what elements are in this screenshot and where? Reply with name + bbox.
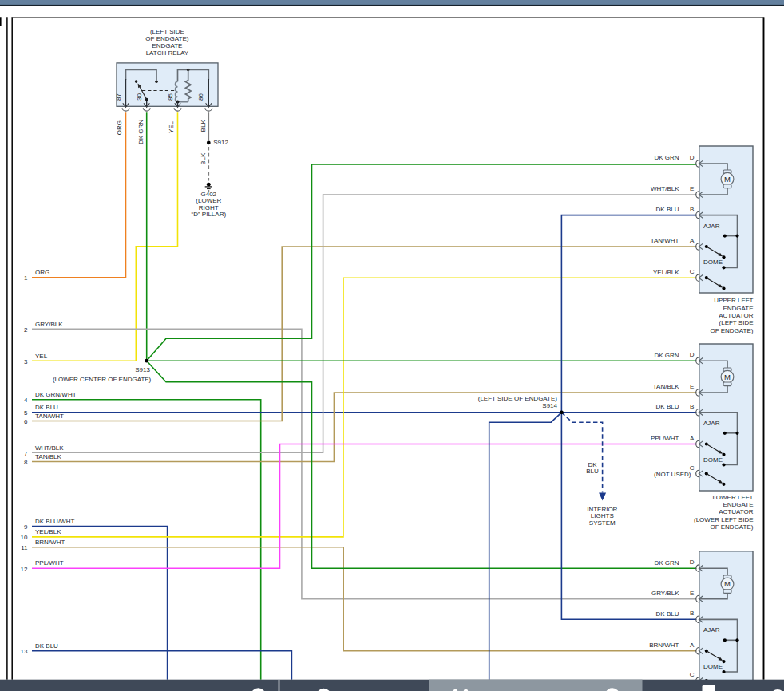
svg-text:C: C — [690, 671, 695, 678]
svg-text:“D” PILLAR): “D” PILLAR) — [192, 211, 227, 218]
svg-text:BLK: BLK — [200, 152, 207, 165]
svg-text:1: 1 — [24, 274, 28, 282]
svg-text:DK GRN: DK GRN — [654, 154, 679, 161]
svg-text:E: E — [690, 185, 694, 192]
svg-text:ACTUATOR: ACTUATOR — [719, 312, 753, 319]
svg-text:DK GRN: DK GRN — [137, 120, 145, 144]
svg-text:WHT/BLK: WHT/BLK — [651, 185, 679, 192]
svg-text:OF ENDGATE): OF ENDGATE) — [710, 327, 753, 334]
svg-text:D: D — [690, 351, 695, 358]
svg-text:(LOWER LEFT SIDE: (LOWER LEFT SIDE — [694, 516, 754, 523]
svg-text:(LEFT SIDE: (LEFT SIDE — [719, 319, 754, 326]
svg-text:8: 8 — [24, 459, 28, 466]
svg-text:E: E — [690, 590, 694, 597]
svg-text:BLK: BLK — [200, 120, 207, 132]
svg-text:DK BLU: DK BLU — [656, 610, 679, 618]
svg-text:30: 30 — [136, 93, 143, 101]
svg-text:DK BLU: DK BLU — [656, 206, 679, 213]
svg-text:INTERIOR: INTERIOR — [587, 506, 617, 513]
svg-text:LOWER LEFT: LOWER LEFT — [712, 494, 753, 501]
svg-text:TAN/WHT: TAN/WHT — [35, 413, 64, 420]
svg-text:4: 4 — [24, 397, 28, 404]
svg-text:TAN/WHT: TAN/WHT — [651, 237, 679, 244]
svg-text:OF ENDGATE): OF ENDGATE) — [145, 35, 188, 42]
svg-text:D: D — [690, 154, 695, 161]
svg-text:E: E — [690, 383, 694, 390]
svg-text:S912: S912 — [213, 139, 228, 146]
svg-text:DK GRN: DK GRN — [654, 352, 679, 359]
svg-text:DK BLU: DK BLU — [656, 403, 679, 410]
svg-text:BLU: BLU — [586, 468, 599, 475]
svg-text:ORG: ORG — [35, 269, 49, 276]
svg-text:D: D — [690, 559, 695, 566]
svg-text:M: M — [724, 373, 731, 381]
svg-text:DOME: DOME — [703, 663, 723, 670]
svg-text:YEL/BLK: YEL/BLK — [35, 528, 61, 535]
svg-text:GRY/BLK: GRY/BLK — [35, 321, 63, 328]
svg-text:BRN/WHT: BRN/WHT — [649, 642, 679, 649]
svg-text:GRY/BLK: GRY/BLK — [651, 590, 679, 597]
svg-text:YEL: YEL — [168, 120, 175, 133]
svg-text:87: 87 — [115, 93, 122, 101]
svg-text:YEL: YEL — [35, 353, 48, 360]
svg-text:A: A — [690, 642, 695, 649]
svg-text:B: B — [690, 206, 694, 213]
svg-text:M: M — [724, 579, 731, 588]
svg-text:AJAR: AJAR — [703, 626, 720, 634]
svg-text:DOME: DOME — [703, 456, 723, 464]
svg-text:7: 7 — [24, 450, 28, 457]
svg-text:S914: S914 — [542, 402, 557, 409]
svg-text:A: A — [690, 237, 695, 244]
svg-text:LIGHTS: LIGHTS — [591, 512, 614, 519]
svg-text:UPPER LEFT: UPPER LEFT — [714, 297, 753, 304]
svg-text:DK BLU: DK BLU — [35, 404, 58, 411]
svg-text:OF ENDGATE): OF ENDGATE) — [710, 523, 753, 531]
svg-text:YEL/BLK: YEL/BLK — [653, 269, 679, 276]
svg-text:B: B — [690, 403, 694, 410]
svg-text:ENDGATE: ENDGATE — [723, 305, 753, 312]
svg-text:PPL/WHT: PPL/WHT — [651, 435, 679, 442]
svg-text:DK GRN: DK GRN — [654, 559, 679, 567]
svg-text:WHT/BLK: WHT/BLK — [35, 444, 64, 452]
svg-text:DK BLU/WHT: DK BLU/WHT — [35, 518, 74, 525]
svg-text:5: 5 — [24, 409, 28, 417]
svg-text:6: 6 — [24, 418, 28, 425]
svg-text:M: M — [724, 175, 731, 184]
svg-text:LATCH RELAY: LATCH RELAY — [146, 49, 189, 57]
svg-text:ENDGATE: ENDGATE — [723, 501, 753, 508]
svg-text:12: 12 — [21, 566, 28, 573]
svg-text:ACTUATOR: ACTUATOR — [719, 508, 753, 515]
svg-text:TAN/BLK: TAN/BLK — [653, 383, 679, 390]
svg-text:SYSTEM: SYSTEM — [589, 519, 616, 527]
svg-text:A: A — [690, 435, 695, 442]
svg-text:(LEFT SIDE OF ENDGATE): (LEFT SIDE OF ENDGATE) — [478, 395, 558, 402]
svg-text:DOME: DOME — [703, 259, 723, 266]
svg-text:(LOWER CENTER OF ENDGATE): (LOWER CENTER OF ENDGATE) — [53, 376, 152, 383]
svg-text:DK GRN/WHT: DK GRN/WHT — [35, 391, 77, 398]
svg-text:C: C — [690, 268, 695, 275]
svg-text:S913: S913 — [135, 366, 150, 373]
svg-text:TAN/BLK: TAN/BLK — [35, 453, 61, 460]
svg-text:AJAR: AJAR — [703, 223, 720, 230]
svg-text:9: 9 — [24, 523, 28, 531]
svg-text:BRN/WHT: BRN/WHT — [35, 539, 65, 546]
svg-text:PPL/WHT: PPL/WHT — [35, 559, 64, 567]
svg-text:DK BLU: DK BLU — [35, 642, 58, 650]
svg-text:2: 2 — [24, 326, 28, 334]
svg-text:10: 10 — [21, 534, 28, 541]
svg-text:86: 86 — [197, 93, 204, 101]
svg-text:11: 11 — [21, 544, 28, 551]
svg-text:(NOT USED): (NOT USED) — [654, 471, 691, 478]
svg-text:13: 13 — [21, 648, 28, 655]
svg-text:ORG: ORG — [116, 120, 123, 135]
svg-text:AJAR: AJAR — [703, 420, 720, 427]
svg-text:B: B — [690, 610, 694, 617]
svg-text:3: 3 — [24, 358, 28, 365]
svg-text:85: 85 — [167, 93, 174, 101]
